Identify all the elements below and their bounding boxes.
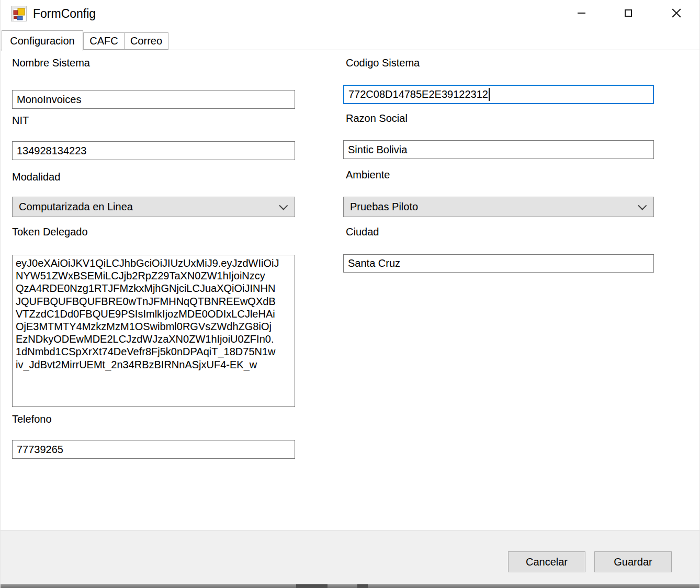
modalidad-select[interactable]: Computarizada en Linea: [12, 197, 295, 217]
razon-social-input[interactable]: [343, 140, 654, 159]
taskbar-item-edge: [296, 584, 328, 588]
codigo-sistema-field: [343, 85, 654, 104]
codigo-sistema-label: Codigo Sistema: [346, 56, 420, 69]
close-icon: [671, 8, 682, 18]
maximize-icon: [625, 9, 632, 17]
chevron-down-icon: [279, 201, 288, 210]
telefono-label: Telefono: [12, 413, 52, 425]
token-delegado-label: Token Delegado: [12, 225, 88, 238]
text-caret: [489, 88, 490, 101]
codigo-sistema-input[interactable]: [343, 85, 654, 104]
tab-correo-label: Correo: [130, 35, 162, 47]
taskbar-item-edge: [357, 584, 368, 588]
chevron-down-icon: [638, 201, 647, 210]
tab-strip: Configuracion CAFC Correo: [1, 30, 699, 51]
cancelar-button[interactable]: Cancelar: [508, 551, 585, 572]
guardar-button[interactable]: Guardar: [594, 551, 672, 572]
ambiente-selected-value: Pruebas Piloto: [350, 201, 638, 213]
modalidad-label: Modalidad: [12, 171, 60, 183]
nombre-sistema-label: Nombre Sistema: [12, 56, 90, 69]
titlebar: FormConfig: [1, 0, 699, 27]
app-icon: [11, 6, 27, 21]
formconfig-window: FormConfig Configuracion CAFC Correo Nom…: [0, 0, 700, 588]
footer-panel: Cancelar Guardar: [1, 530, 699, 588]
taskbar-edge: [1, 584, 699, 588]
ciudad-label: Ciudad: [346, 225, 379, 238]
maximize-button[interactable]: [613, 0, 644, 26]
minimize-icon: [578, 13, 585, 14]
minimize-button[interactable]: [566, 0, 597, 26]
nit-input[interactable]: [12, 141, 295, 160]
tab-baseline: [1, 50, 699, 50]
tab-cafc-label: CAFC: [89, 35, 118, 47]
nombre-sistema-input[interactable]: [12, 90, 295, 109]
modalidad-selected-value: Computarizada en Linea: [19, 201, 279, 213]
close-button[interactable]: [661, 0, 692, 26]
tab-correo[interactable]: Correo: [124, 32, 168, 50]
ambiente-label: Ambiente: [346, 168, 390, 181]
tab-cafc[interactable]: CAFC: [83, 32, 125, 50]
tab-configuracion[interactable]: Configuracion: [2, 30, 83, 51]
window-title: FormConfig: [33, 6, 96, 21]
razon-social-label: Razon Social: [346, 112, 408, 125]
nit-label: NIT: [12, 114, 29, 127]
token-delegado-textarea[interactable]: eyJ0eXAiOiJKV1QiLCJhbGciOiJIUzUxMiJ9.eyJ…: [12, 255, 295, 407]
telefono-input[interactable]: [12, 440, 295, 459]
tab-configuracion-label: Configuracion: [10, 35, 74, 47]
ciudad-input[interactable]: [343, 254, 654, 273]
ambiente-select[interactable]: Pruebas Piloto: [343, 197, 654, 217]
